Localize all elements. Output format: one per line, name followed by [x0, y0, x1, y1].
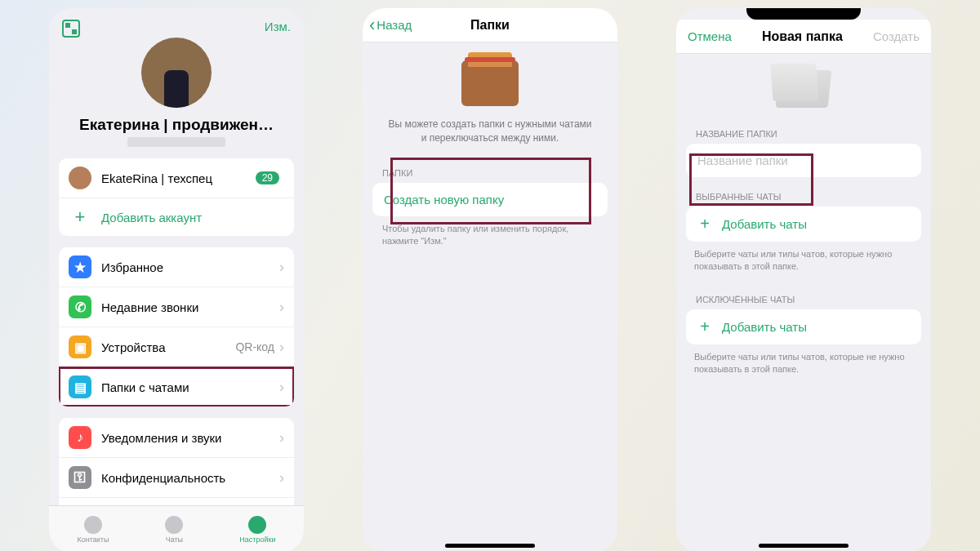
- add-chats-label: Добавить чаты: [722, 320, 807, 334]
- settings-screen: Изм. Екатерина | продвижен… EkateRina | …: [49, 8, 304, 551]
- section-name: НАЗВАНИЕ ПАПКИ: [676, 114, 931, 144]
- folders-list-screen: ‹ Назад Папки Вы можете создать папки с …: [363, 8, 617, 551]
- open-folder-icon: [776, 70, 832, 108]
- folders-card: Создать новую папку: [372, 183, 608, 216]
- devices-icon: ▣: [69, 335, 91, 358]
- notifications-row[interactable]: ♪ Уведомления и звуки ›: [59, 418, 294, 458]
- tab-label: Настройки: [239, 535, 275, 544]
- screen-title: Папки: [470, 18, 510, 33]
- header: Отмена Новая папка Создать: [676, 20, 931, 54]
- folder-icon: ▤: [69, 375, 91, 398]
- folder-illustration-icon: [461, 60, 519, 106]
- recent-calls-row[interactable]: ✆ Недавние звонки ›: [59, 287, 294, 327]
- profile-username: [127, 137, 225, 147]
- unread-badge: 29: [256, 171, 279, 184]
- chevron-right-icon: ›: [279, 429, 284, 447]
- privacy-label: Конфиденциальность: [101, 471, 279, 485]
- tab-chats[interactable]: Чаты: [165, 516, 183, 544]
- favorites-label: Избранное: [101, 260, 279, 274]
- plus-icon: +: [696, 318, 714, 336]
- add-account-row[interactable]: + Добавить аккаунт: [59, 198, 294, 236]
- folder-name-input[interactable]: Название папки: [686, 144, 921, 177]
- qr-icon[interactable]: [62, 20, 80, 38]
- excluded-footnote: Выберите чаты или типы чатов, которые не…: [676, 344, 931, 383]
- chevron-left-icon: ‹: [369, 16, 375, 34]
- phone-icon: ✆: [69, 295, 91, 318]
- bell-icon: ♪: [69, 426, 91, 449]
- add-excluded-chats-row[interactable]: + Добавить чаты: [686, 309, 921, 344]
- chevron-right-icon: ›: [279, 299, 284, 316]
- add-included-chats-row[interactable]: + Добавить чаты: [686, 207, 921, 242]
- edit-button[interactable]: Изм.: [265, 20, 291, 33]
- notch: [746, 8, 861, 20]
- chevron-right-icon: ›: [279, 259, 284, 276]
- hero-description: Вы можете создать папки с нужными чатами…: [387, 118, 593, 145]
- avatar[interactable]: [141, 38, 212, 108]
- home-indicator: [759, 544, 849, 548]
- favorites-row[interactable]: ★ Избранное ›: [59, 247, 294, 287]
- avatar-icon: [69, 167, 91, 189]
- lock-icon: ⚿: [69, 466, 91, 489]
- recent-calls-label: Недавние звонки: [101, 300, 279, 314]
- devices-label: Устройства: [101, 340, 235, 354]
- add-chats-label: Добавить чаты: [722, 217, 807, 231]
- hero: [676, 54, 931, 114]
- plus-icon: +: [696, 215, 714, 233]
- included-footnote: Выберите чаты или типы чатов, которые ну…: [676, 242, 931, 280]
- chat-folders-row[interactable]: ▤ Папки с чатами ›: [59, 367, 294, 407]
- footnote: Чтобы удалить папку или изменить порядок…: [363, 216, 617, 255]
- chevron-right-icon: ›: [279, 339, 284, 356]
- contacts-icon: [84, 516, 102, 534]
- header: ‹ Назад Папки: [363, 8, 617, 42]
- cancel-button[interactable]: Отмена: [688, 29, 732, 43]
- tab-contacts[interactable]: Контакты: [77, 516, 109, 544]
- tab-settings[interactable]: Настройки: [239, 516, 275, 544]
- account-name: EkateRina | техспец: [101, 171, 256, 185]
- tab-label: Контакты: [77, 535, 109, 544]
- accounts-card: EkateRina | техспец 29 + Добавить аккаун…: [59, 158, 294, 236]
- notifications-label: Уведомления и звуки: [101, 431, 279, 445]
- devices-row[interactable]: ▣ Устройства QR-код ›: [59, 327, 294, 367]
- add-account-label: Добавить аккаунт: [101, 211, 202, 224]
- section-excluded: ИСКЛЮЧЁННЫЕ ЧАТЫ: [676, 280, 931, 309]
- tab-bar: Контакты Чаты Настройки: [49, 505, 304, 551]
- devices-hint: QR-код: [235, 340, 274, 353]
- home-indicator: [445, 544, 535, 548]
- bookmark-icon: ★: [69, 256, 91, 278]
- privacy-row[interactable]: ⚿ Конфиденциальность ›: [59, 458, 294, 498]
- profile-name: Екатерина | продвижен…: [60, 116, 292, 134]
- section-label-folders: ПАПКИ: [363, 153, 617, 183]
- chats-icon: [165, 516, 183, 534]
- chat-folders-label: Папки с чатами: [101, 380, 279, 394]
- tab-label: Чаты: [166, 535, 183, 544]
- account-row[interactable]: EkateRina | техспец 29: [59, 158, 294, 198]
- chevron-right-icon: ›: [279, 469, 284, 487]
- create-button[interactable]: Создать: [873, 29, 920, 43]
- settings-group-1: ★ Избранное › ✆ Недавние звонки › ▣ Устр…: [59, 247, 294, 407]
- back-label: Назад: [376, 18, 412, 32]
- create-folder-row[interactable]: Создать новую папку: [372, 183, 608, 216]
- screen-title: Новая папка: [762, 29, 843, 44]
- plus-icon: +: [69, 207, 91, 228]
- new-folder-screen: Отмена Новая папка Создать НАЗВАНИЕ ПАПК…: [676, 8, 931, 551]
- settings-icon: [248, 516, 266, 534]
- hero: Вы можете создать папки с нужными чатами…: [363, 42, 617, 153]
- chevron-right-icon: ›: [279, 379, 284, 396]
- section-included: ВЫБРАННЫЕ ЧАТЫ: [676, 177, 931, 207]
- back-button[interactable]: ‹ Назад: [369, 16, 412, 34]
